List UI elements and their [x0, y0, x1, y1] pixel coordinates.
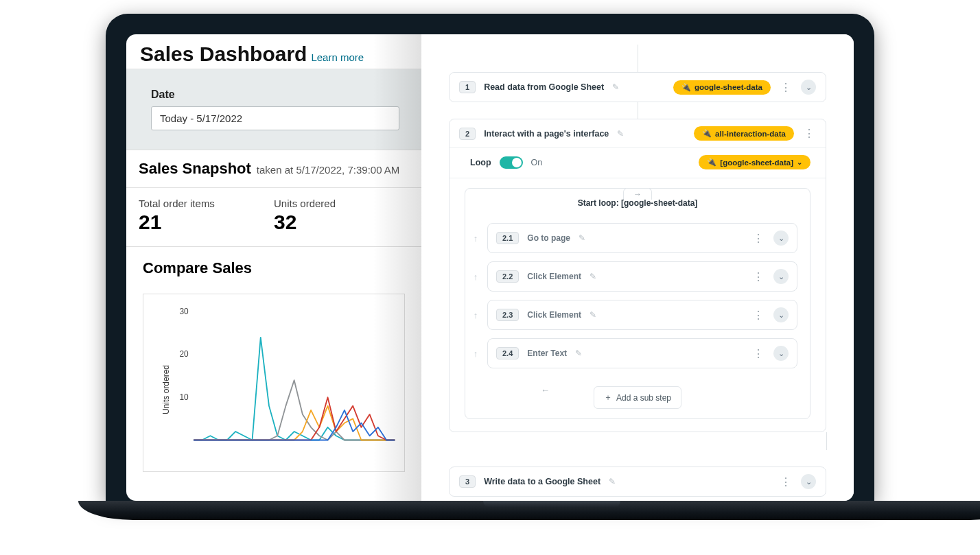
edit-icon[interactable]: ✎: [579, 233, 585, 243]
edit-icon[interactable]: ✎: [609, 477, 616, 486]
svg-text:10: 10: [179, 392, 189, 402]
step-1-card: 1 Read data from Google Sheet ✎ google-s…: [449, 72, 826, 102]
edit-icon[interactable]: ✎: [612, 82, 619, 92]
metric-units-ordered-value: 32: [274, 211, 409, 234]
loop-source-pill[interactable]: [google-sheet-data] ⌄: [699, 155, 810, 169]
sales-snapshot-card: Sales Snapshot taken at 5/17/2022, 7:39:…: [126, 150, 421, 247]
sub-step-row: ↑2.1Go to page✎⋮⌄: [471, 223, 797, 253]
sub-step-number: 2.2: [496, 270, 519, 283]
edit-icon[interactable]: ✎: [575, 349, 582, 358]
add-sub-step-button[interactable]: ＋ Add a sub step: [594, 386, 681, 409]
sub-step-number: 2.1: [496, 232, 519, 244]
step-number: 1: [459, 81, 476, 93]
move-up-icon[interactable]: ↑: [471, 310, 480, 320]
loop-state: On: [531, 158, 543, 167]
sub-step-card: 2.3Click Element✎⋮⌄: [487, 300, 797, 330]
metric-total-items-label: Total order items: [139, 198, 274, 209]
sub-step-card: 2.2Click Element✎⋮⌄: [487, 261, 797, 292]
plus-icon: ＋: [604, 392, 612, 403]
kebab-menu[interactable]: ⋮: [751, 232, 765, 245]
sub-step-title: Enter Text: [527, 349, 567, 358]
learn-more-link[interactable]: Learn more: [311, 51, 364, 63]
metric-total-items-value: 21: [139, 211, 274, 234]
metric-units-ordered-label: Units ordered: [274, 198, 409, 209]
chevron-down-icon: ⌄: [797, 158, 802, 166]
step-2-card: 2 Interact with a page's interface ✎ all…: [449, 119, 826, 432]
move-up-icon[interactable]: ↑: [471, 272, 480, 282]
kebab-menu[interactable]: ⋮: [802, 127, 816, 140]
data-pill-all-interaction[interactable]: all-interaction-data: [694, 126, 794, 141]
chart-y-axis-label: Units ordered: [159, 365, 171, 414]
kebab-menu[interactable]: ⋮: [751, 270, 765, 283]
loop-label: Loop: [470, 158, 491, 167]
kebab-menu[interactable]: ⋮: [779, 475, 793, 488]
svg-text:30: 30: [179, 308, 189, 316]
kebab-menu[interactable]: ⋮: [751, 347, 765, 360]
edit-icon[interactable]: ✎: [590, 272, 596, 281]
loop-forward-icon: →: [623, 188, 652, 200]
step-3-card: 3 Write data to a Google Sheet ✎ ⋮ ⌄: [449, 467, 826, 497]
loop-container: → Start loop: [google-sheet-data] ↑2.1Go…: [465, 188, 810, 419]
sub-step-row: ↑2.4Enter Text✎⋮⌄: [471, 338, 797, 368]
sub-step-row: ↑2.2Click Element✎⋮⌄: [471, 261, 797, 292]
snapshot-timestamp: taken at 5/17/2022, 7:39:00 AM: [257, 164, 400, 176]
sub-step-card: 2.1Go to page✎⋮⌄: [487, 223, 797, 253]
sub-step-number: 2.3: [496, 309, 519, 321]
plug-icon: [702, 129, 712, 138]
expand-button[interactable]: ⌄: [773, 346, 789, 361]
step-number: 3: [459, 475, 476, 488]
expand-button[interactable]: ⌄: [801, 80, 816, 95]
edit-icon[interactable]: ✎: [617, 129, 624, 139]
plug-icon: [681, 83, 691, 92]
kebab-menu[interactable]: ⋮: [779, 81, 793, 94]
laptop-base: [78, 501, 980, 520]
loop-back-icon: ←: [541, 385, 550, 395]
date-dropdown[interactable]: Today - 5/17/2022: [151, 106, 399, 130]
date-label: Date: [151, 88, 399, 101]
step-number: 2: [459, 128, 476, 140]
move-up-icon[interactable]: ↑: [471, 233, 480, 244]
sub-step-title: Go to page: [527, 233, 570, 243]
expand-button[interactable]: ⌄: [773, 231, 789, 246]
sub-step-card: 2.4Enter Text✎⋮⌄: [487, 338, 797, 368]
laptop-frame: Sales Dashboard Learn more Date Today - …: [78, 14, 902, 520]
step-title: Write data to a Google Sheet: [484, 477, 600, 486]
expand-button[interactable]: ⌄: [773, 307, 789, 322]
sub-step-title: Click Element: [527, 272, 581, 281]
plug-icon: [707, 158, 716, 167]
step-title: Read data from Google Sheet: [484, 82, 604, 92]
step-title: Interact with a page's interface: [484, 129, 609, 139]
sub-step-title: Click Element: [527, 310, 581, 320]
sales-dashboard-pane: Sales Dashboard Learn more Date Today - …: [126, 34, 421, 501]
move-up-icon[interactable]: ↑: [471, 349, 480, 359]
expand-button[interactable]: ⌄: [801, 474, 816, 489]
svg-text:20: 20: [179, 349, 189, 359]
expand-button[interactable]: ⌄: [773, 269, 789, 284]
compare-title: Compare Sales: [143, 259, 405, 277]
date-filter-block: Date Today - 5/17/2022: [126, 69, 421, 150]
kebab-menu[interactable]: ⋮: [751, 309, 765, 322]
line-chart: 102030: [171, 308, 397, 471]
compare-sales-card: Compare Sales Units ordered 102030: [126, 247, 421, 472]
sub-step-row: ↑2.3Click Element✎⋮⌄: [471, 300, 797, 330]
sub-step-number: 2.4: [496, 347, 519, 359]
page-title: Sales Dashboard: [140, 43, 307, 66]
data-pill-google-sheet[interactable]: google-sheet-data: [673, 80, 771, 95]
loop-toggle[interactable]: [500, 156, 523, 169]
snapshot-title: Sales Snapshot: [139, 160, 251, 178]
edit-icon[interactable]: ✎: [590, 310, 596, 320]
workflow-pane: 1 Read data from Google Sheet ✎ google-s…: [421, 34, 854, 501]
